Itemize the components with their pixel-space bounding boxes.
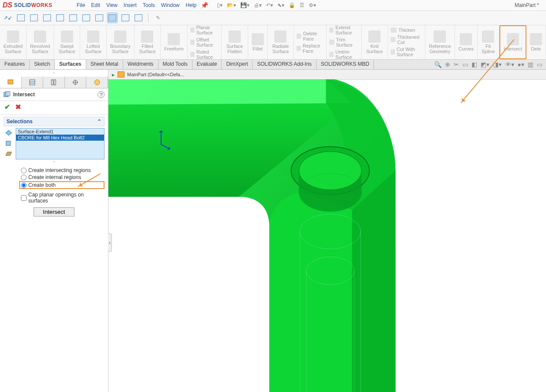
flyout-expand-icon[interactable]: ▸ (112, 71, 115, 78)
ribbon-trim[interactable]: Trim Surface (329, 37, 358, 47)
ribbon-planar[interactable]: Planar Surface (190, 25, 219, 35)
tab-features[interactable]: Features (0, 60, 30, 69)
view-swap-icon[interactable]: ↗↙ (3, 13, 13, 23)
ribbon-swept[interactable]: Swept Surface (54, 25, 80, 59)
menu-tools[interactable]: Tools (143, 2, 155, 8)
print-icon[interactable]: 🖨▾ (254, 2, 262, 8)
hud-zoomfit-icon[interactable]: ⊕ (445, 61, 450, 68)
ribbon-offset[interactable]: Offset Surface (190, 37, 219, 47)
menu-file[interactable]: File (77, 2, 85, 8)
menu-edit[interactable]: Edit (91, 2, 100, 8)
help-icon[interactable]: ? (98, 91, 104, 98)
collapse-icon[interactable]: ⌃ (97, 118, 101, 125)
ribbon-intersect[interactable]: Intersect (499, 25, 526, 59)
model-view[interactable] (108, 79, 546, 392)
panel-collapse-handle[interactable] (108, 233, 112, 252)
hud-display-icon[interactable]: ◩▾ (481, 61, 489, 68)
ribbon-replace-face[interactable]: Replace Face (297, 43, 324, 54)
tab-weldments[interactable]: Weldments (123, 60, 158, 69)
hud-appear-icon[interactable]: ●▾ (518, 61, 524, 68)
radio-internal[interactable]: Create internal regions (21, 174, 104, 180)
menu-help[interactable]: Help (186, 2, 197, 8)
tab-addins[interactable]: SOLIDWORKS Add-Ins (253, 60, 316, 69)
radio-both[interactable]: Create both (21, 182, 56, 188)
view-cube-4[interactable] (55, 13, 65, 23)
radio-intersecting[interactable]: Create intersecting regions (21, 167, 104, 173)
ribbon-thicken[interactable]: Thicken (391, 27, 422, 33)
tab-evaluate[interactable]: Evaluate (192, 60, 222, 69)
settings-icon[interactable]: ⚙▾ (309, 2, 316, 8)
selection-item-0[interactable]: Surface-Extend1 (16, 128, 104, 135)
ptab-appearance[interactable] (86, 77, 108, 88)
ribbon-curves[interactable]: Curves (455, 25, 478, 59)
hud-edit-icon[interactable]: ▥ (528, 61, 533, 68)
hud-view1-icon[interactable]: ▭ (462, 61, 468, 68)
ribbon-untrim[interactable]: Untrim Surface (329, 49, 358, 60)
view-cube-1[interactable] (16, 13, 26, 23)
viewport-doc-label[interactable]: MainPart (Default<<Defa... (127, 72, 184, 77)
hud-max-icon[interactable]: ▭ (537, 61, 543, 68)
tab-sketch[interactable]: Sketch (30, 60, 55, 69)
ribbon-knit[interactable]: Knit Surface (362, 25, 388, 59)
ptab-dim[interactable] (65, 77, 87, 88)
save-icon[interactable]: 💾▾ (240, 2, 249, 8)
view-cube-5[interactable] (68, 13, 78, 23)
sel-type-body-icon[interactable] (4, 139, 13, 147)
section-selections[interactable]: Selections ⌃ (3, 117, 104, 126)
tab-moldtools[interactable]: Mold Tools (158, 60, 192, 69)
tab-surfaces[interactable]: Surfaces (55, 60, 86, 69)
ribbon-refgeom[interactable]: Reference Geometry (425, 25, 455, 59)
ptab-feature-tree[interactable] (0, 77, 22, 88)
ribbon-cut-surf[interactable]: Cut With Surface (391, 47, 422, 57)
ribbon-extruded[interactable]: Extruded Surface (0, 25, 27, 59)
intersect-button[interactable]: Intersect (34, 207, 74, 216)
view-cube-shaded[interactable] (107, 13, 118, 23)
hud-view2-icon[interactable]: ◧ (472, 61, 477, 68)
tab-sheetmetal[interactable]: Sheet Metal (86, 60, 123, 69)
ribbon-revolved[interactable]: Revolved Surface (27, 25, 54, 59)
cancel-button[interactable]: ✖ (15, 103, 21, 111)
sel-type-face-icon[interactable] (4, 129, 13, 137)
view-cube-8[interactable] (120, 13, 131, 23)
menu-window[interactable]: Window (161, 2, 180, 8)
ok-button[interactable]: ✔ (4, 103, 10, 111)
view-cube-7[interactable] (94, 13, 104, 23)
ptab-property[interactable] (22, 77, 44, 88)
view-cube-6[interactable] (81, 13, 91, 23)
ribbon-lofted[interactable]: Lofted Surface (80, 25, 106, 59)
ribbon-thick-cut[interactable]: Thickened Cut (391, 34, 422, 45)
undo-icon[interactable]: ↶▾ (266, 2, 273, 8)
tab-dimxpert[interactable]: DimXpert (222, 60, 253, 69)
open-icon[interactable]: 📂▾ (227, 2, 236, 8)
hud-hide-icon[interactable]: 👁▾ (505, 61, 514, 68)
selection-item-1[interactable]: CBORE for M8 Hex Head Bolt2 (16, 135, 104, 141)
select-icon[interactable]: ⬉▾ (277, 2, 284, 8)
ribbon-radiate[interactable]: Radiate Surface (268, 25, 294, 59)
pin-icon[interactable]: 📌 (201, 2, 208, 9)
selection-list[interactable]: Surface-Extend1 CBORE for M8 Hex Head Bo… (16, 128, 104, 159)
rebuild-icon[interactable]: 🔒 (289, 2, 295, 8)
ribbon-fillet[interactable]: Fillet (248, 25, 268, 59)
tab-mbd[interactable]: SOLIDWORKS MBD (317, 60, 374, 69)
ribbon-flatten[interactable]: Surface Flatten (222, 25, 248, 59)
view-cube-9[interactable] (133, 13, 144, 23)
ribbon-filled[interactable]: Filled Surface (135, 25, 161, 59)
sel-type-plane-icon[interactable] (4, 150, 13, 158)
ribbon-delete-face[interactable]: Delete Face (297, 31, 324, 41)
checkbox-cap[interactable]: Cap planar openings on surfaces (21, 192, 104, 204)
ribbon-freeform[interactable]: Freeform (161, 25, 188, 59)
hud-zoom-icon[interactable]: 🔍 (434, 61, 442, 68)
new-icon[interactable]: ▯▾ (217, 2, 222, 8)
ribbon-boundary[interactable]: Boundary Surface (107, 25, 135, 59)
menu-view[interactable]: View (106, 2, 118, 8)
options-icon[interactable]: ☰ (300, 2, 304, 8)
ribbon-extend[interactable]: Extend Surface (329, 25, 358, 35)
view-tool-icon[interactable]: ✎ (153, 13, 163, 23)
ribbon-delete-body[interactable]: Dele (526, 25, 546, 59)
viewport[interactable]: ▸ MainPart (Default<<Defa... (108, 70, 546, 392)
ribbon-fitspline[interactable]: Fit Spline (478, 25, 499, 59)
hud-section-icon[interactable]: ✂ (454, 61, 459, 68)
menu-insert[interactable]: Insert (124, 2, 137, 8)
view-cube-3[interactable] (42, 13, 52, 23)
view-cube-2[interactable] (29, 13, 39, 23)
